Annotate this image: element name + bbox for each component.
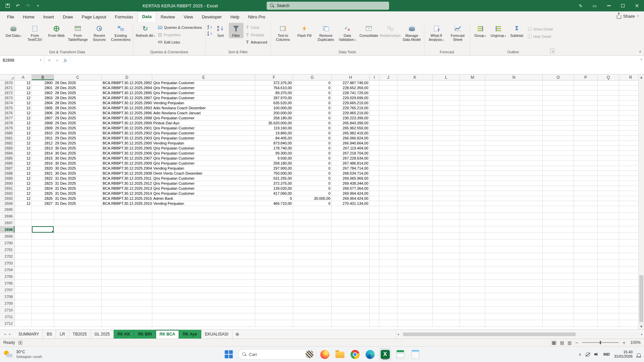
cell-C2670[interactable]: 28 Des 2025	[54, 80, 102, 85]
cell-L2694[interactable]	[433, 201, 460, 206]
cell-M2687[interactable]	[460, 166, 485, 171]
menu-tab-insert[interactable]: Insert	[39, 12, 59, 22]
cell-E2691[interactable]: Qris Penjualan Customer	[152, 186, 255, 191]
cell-A2701[interactable]	[15, 246, 32, 253]
cell-A2703[interactable]	[15, 260, 32, 266]
cell-L2675[interactable]	[433, 106, 460, 111]
cell-H2695[interactable]	[332, 206, 370, 213]
cell-I2693[interactable]	[370, 196, 379, 201]
cell-Q2699[interactable]	[598, 233, 619, 240]
sheet-tab-rk-bca[interactable]: RK BCA	[156, 330, 179, 339]
row-header-2696[interactable]: 2696	[0, 213, 15, 220]
cell-M2683[interactable]	[460, 146, 485, 151]
cell-M2711[interactable]	[460, 313, 485, 320]
cell-O2694[interactable]	[543, 201, 574, 206]
cell-I2670[interactable]	[370, 80, 379, 85]
cell-I2691[interactable]	[370, 186, 379, 191]
row-header-2708[interactable]: 2708	[0, 293, 15, 300]
cell-G2677[interactable]: 0	[293, 116, 332, 121]
cell-J2690[interactable]	[379, 181, 397, 186]
cell-M2693[interactable]	[460, 196, 485, 201]
cell-N2689[interactable]	[485, 176, 543, 181]
consolidate-button[interactable]: Consolidate	[359, 23, 379, 38]
cell-E2707[interactable]	[152, 287, 255, 293]
cell-N2674[interactable]	[485, 101, 543, 106]
cell-Q2695[interactable]	[598, 206, 619, 213]
cell-B2686[interactable]: 2816	[32, 161, 54, 166]
cell-G2683[interactable]: 0	[293, 146, 332, 151]
cell-N2670[interactable]	[485, 80, 543, 85]
cell-Q2690[interactable]	[598, 181, 619, 186]
cell-R2683[interactable]	[619, 146, 638, 151]
cell-E2704[interactable]	[152, 266, 255, 273]
restore-button[interactable]	[616, 0, 630, 11]
cell-C2678[interactable]: 29 Des 2025	[54, 121, 102, 126]
cell-G2680[interactable]: 0	[293, 131, 332, 136]
cell-M2700[interactable]	[460, 240, 485, 246]
cell-P2674[interactable]	[574, 101, 598, 106]
properties-button[interactable]: Properties	[156, 31, 204, 38]
cell-B2676[interactable]: 2806	[32, 111, 54, 116]
cell-D2691[interactable]: BCA.RBBPT.30.12.2025.2913	[102, 186, 152, 191]
cell-A2696[interactable]	[15, 213, 32, 220]
cell-D2705[interactable]	[102, 273, 152, 280]
cell-M2673[interactable]	[460, 96, 485, 101]
cell-L2699[interactable]	[433, 233, 460, 240]
cell-P2686[interactable]	[574, 161, 598, 166]
cell-Q2696[interactable]	[598, 213, 619, 220]
cell-C2684[interactable]: 30 Des 2025	[54, 151, 102, 156]
cell-C2691[interactable]: 31 Des 2025	[54, 186, 102, 191]
cell-D2682[interactable]: BCA.RBBPT.30.12.2025.2900	[102, 141, 152, 146]
cell-P2700[interactable]	[574, 240, 598, 246]
group-button[interactable]: Group▾	[472, 23, 489, 38]
cell-R2671[interactable]	[619, 85, 638, 90]
cell-I2695[interactable]	[370, 206, 379, 213]
cell-E2675[interactable]: Adis Noviiana Coach Desember	[152, 106, 255, 111]
cell-G2703[interactable]	[293, 260, 332, 266]
cell-H2674[interactable]: 229.665.219,00	[332, 101, 370, 106]
cell-B2708[interactable]	[32, 293, 54, 300]
cell-B2711[interactable]	[32, 313, 54, 320]
sheet-tab-ekualisasi[interactable]: EKUALISASI	[201, 330, 232, 339]
cell-F2696[interactable]	[255, 213, 293, 220]
cell-D2676[interactable]: BCA.RBBPT.30.12.2025.2896	[102, 111, 152, 116]
cell-P2679[interactable]	[574, 126, 598, 131]
cell-E2702[interactable]	[152, 253, 255, 260]
cell-M2694[interactable]	[460, 201, 485, 206]
cell-G2689[interactable]: 0	[293, 176, 332, 181]
cell-C2685[interactable]: 30 Des 2025	[54, 156, 102, 161]
cell-R2698[interactable]	[619, 226, 638, 233]
cell-A2673[interactable]: 12	[15, 96, 32, 101]
cell-E2705[interactable]	[152, 273, 255, 280]
cell-F2675[interactable]: 100.000,00	[255, 106, 293, 111]
cell-R2680[interactable]	[619, 131, 638, 136]
cell-E2694[interactable]: Vending Penjualan	[152, 201, 255, 206]
cell-H2703[interactable]	[332, 260, 370, 266]
cell-P2683[interactable]	[574, 146, 598, 151]
row-header-2692[interactable]: 2692	[0, 191, 15, 196]
taskbar-excel-active[interactable]: X	[379, 348, 391, 360]
cell-R2676[interactable]	[619, 111, 638, 116]
cell-R2692[interactable]	[619, 191, 638, 196]
cell-N2675[interactable]	[485, 106, 543, 111]
row-header-2680[interactable]: 2680	[0, 131, 15, 136]
cell-P2673[interactable]	[574, 96, 598, 101]
cell-C2695[interactable]	[54, 206, 102, 213]
menu-tab-file[interactable]: File	[3, 12, 18, 22]
cell-K2704[interactable]	[397, 266, 433, 273]
cell-P2672[interactable]	[574, 90, 598, 96]
normal-view-button[interactable]: ▦	[551, 341, 556, 345]
cell-K2691[interactable]	[397, 186, 433, 191]
cell-O2703[interactable]	[543, 260, 574, 266]
cell-H2708[interactable]	[332, 293, 370, 300]
cell-P2701[interactable]	[574, 246, 598, 253]
cell-K2683[interactable]	[397, 146, 433, 151]
notifications-icon[interactable]	[637, 353, 641, 357]
cell-J2670[interactable]	[379, 80, 397, 85]
cell-D2701[interactable]	[102, 246, 152, 253]
cell-D2712[interactable]	[102, 320, 152, 327]
cell-L2678[interactable]	[433, 121, 460, 126]
cell-L2681[interactable]	[433, 136, 460, 141]
cell-P2707[interactable]	[574, 287, 598, 293]
cell-B2677[interactable]: 2807	[32, 116, 54, 121]
